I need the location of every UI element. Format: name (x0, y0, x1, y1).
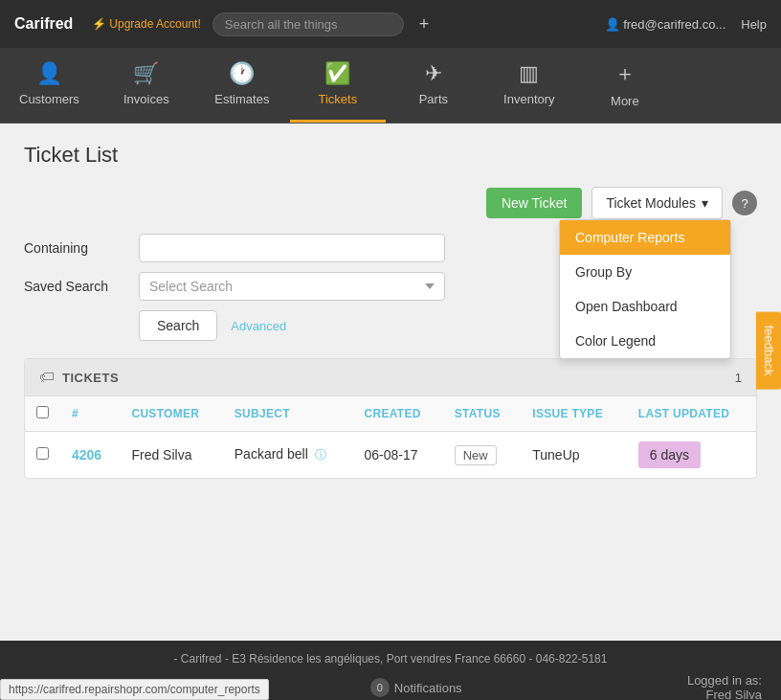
dropdown-item-group-by[interactable]: Group By (560, 255, 730, 289)
row-subject-cell: Packard bell ⓘ (223, 432, 353, 479)
nav-item-invoices[interactable]: 🛒 Invoices (99, 48, 194, 123)
tickets-section: 🏷 TICKETS 1 # CUSTOMER SUBJECT CREATED S… (24, 358, 757, 479)
nav-item-customers[interactable]: 👤 Customers (0, 48, 99, 123)
notifications-badge[interactable]: 0 (370, 678, 390, 697)
search-input[interactable] (212, 12, 404, 36)
saved-search-select[interactable]: Select Search (139, 272, 445, 301)
tickets-section-title: TICKETS (62, 371, 119, 385)
last-updated-badge: 6 days (638, 441, 701, 468)
more-icon: ＋ (614, 59, 636, 88)
logged-in-label: Logged in as: (687, 673, 762, 688)
row-status-cell: New (443, 432, 522, 479)
row-issue-type-cell: TuneUp (521, 432, 627, 479)
dropdown-arrow-icon: ▾ (702, 195, 708, 211)
nav-label-more: More (611, 94, 639, 108)
nav-label-tickets: Tickets (319, 92, 358, 106)
col-num: # (60, 396, 120, 432)
parts-icon: ✈ (425, 61, 442, 86)
dropdown-item-color-legend[interactable]: Color Legend (560, 324, 730, 358)
info-icon[interactable]: ⓘ (315, 448, 326, 462)
nav-item-more[interactable]: ＋ More (577, 48, 673, 123)
footer-user-name: Fred Silva (687, 688, 762, 700)
ticket-modules-button[interactable]: Ticket Modules ▾ (591, 187, 723, 219)
nav-item-estimates[interactable]: 🕐 Estimates (194, 48, 290, 123)
feedback-tab[interactable]: feedback (756, 311, 781, 389)
containing-input[interactable] (139, 234, 445, 262)
tickets-count: 1 (735, 371, 742, 385)
upgrade-button[interactable]: Upgrade Account! (92, 17, 200, 31)
nav-label-invoices: Invoices (123, 92, 169, 106)
inventory-icon: ▥ (519, 61, 539, 86)
col-subject: SUBJECT (223, 396, 353, 432)
tickets-icon: ✅ (324, 61, 350, 86)
ticket-modules-label: Ticket Modules (606, 195, 696, 211)
dropdown-item-computer-reports[interactable]: Computer Reports (560, 220, 730, 255)
page-title: Ticket List (24, 143, 757, 168)
containing-label: Containing (24, 240, 129, 256)
col-status: STATUS (443, 396, 522, 432)
status-badge: New (455, 445, 497, 465)
notifications-label: Notifications (394, 681, 462, 695)
subject-text: Packard bell (234, 446, 308, 462)
icon-nav: 👤 Customers 🛒 Invoices 🕐 Estimates ✅ Tic… (0, 48, 781, 124)
col-customer: CUSTOMER (120, 396, 222, 432)
row-checkbox[interactable] (36, 447, 49, 460)
tickets-table: # CUSTOMER SUBJECT CREATED STATUS ISSUE … (25, 396, 756, 478)
tickets-header: 🏷 TICKETS 1 (25, 359, 756, 396)
help-button[interactable]: ? (732, 191, 757, 215)
nav-label-estimates: Estimates (214, 92, 269, 106)
invoices-icon: 🛒 (133, 61, 159, 86)
nav-item-tickets[interactable]: ✅ Tickets (290, 48, 386, 123)
advanced-link[interactable]: Advanced (231, 319, 286, 333)
app-logo: Carifred (14, 15, 73, 33)
col-checkbox (25, 396, 60, 432)
customers-icon: 👤 (36, 61, 62, 86)
user-email[interactable]: fred@carifred.co... (605, 17, 726, 32)
nav-item-parts[interactable]: ✈ Parts (386, 48, 481, 123)
col-issue-type: ISSUE TYPE (521, 396, 627, 432)
search-button[interactable]: Search (139, 310, 217, 341)
footer-notifications: 0 Notifications (370, 678, 462, 697)
ticket-modules-dropdown: Computer Reports Group By Open Dashboard… (559, 219, 731, 359)
col-created: CREATED (353, 396, 443, 432)
footer-address: - Carifred - E3 Résidence les angéliques… (19, 652, 762, 666)
url-bar: https://carifred.repairshopr.com/compute… (0, 679, 269, 700)
footer-user: Logged in as: Fred Silva (687, 673, 762, 700)
new-ticket-button[interactable]: New Ticket (486, 188, 582, 218)
row-customer-cell: Fred Silva (120, 432, 222, 479)
nav-label-customers: Customers (19, 92, 79, 106)
add-icon[interactable]: + (419, 14, 430, 34)
row-created-cell: 06-08-17 (353, 432, 443, 479)
tickets-header-left: 🏷 TICKETS (39, 369, 119, 386)
top-bar: Carifred Upgrade Account! + fred@carifre… (0, 0, 781, 48)
nav-label-parts: Parts (419, 92, 448, 106)
toolbar-row: New Ticket Ticket Modules ▾ ? Computer R… (24, 187, 757, 219)
main-content: Ticket List New Ticket Ticket Modules ▾ … (0, 124, 781, 641)
row-id-cell: 4206 (60, 432, 120, 479)
row-last-updated-cell: 6 days (627, 432, 756, 479)
table-row: 4206 Fred Silva Packard bell ⓘ 06-08-17 … (25, 432, 756, 479)
dropdown-item-open-dashboard[interactable]: Open Dashboard (560, 289, 730, 324)
ticket-number[interactable]: 4206 (72, 447, 101, 463)
estimates-icon: 🕐 (229, 61, 255, 86)
select-all-checkbox[interactable] (36, 406, 49, 418)
nav-label-inventory: Inventory (503, 92, 554, 106)
help-link[interactable]: Help (741, 17, 767, 32)
tag-icon: 🏷 (39, 369, 55, 386)
row-checkbox-cell (25, 432, 60, 479)
top-bar-right: fred@carifred.co... Help (605, 17, 768, 32)
table-header-row: # CUSTOMER SUBJECT CREATED STATUS ISSUE … (25, 396, 756, 432)
nav-item-inventory[interactable]: ▥ Inventory (481, 48, 577, 123)
saved-search-label: Saved Search (24, 279, 129, 294)
col-last-updated: LAST UPDATED (627, 396, 756, 432)
